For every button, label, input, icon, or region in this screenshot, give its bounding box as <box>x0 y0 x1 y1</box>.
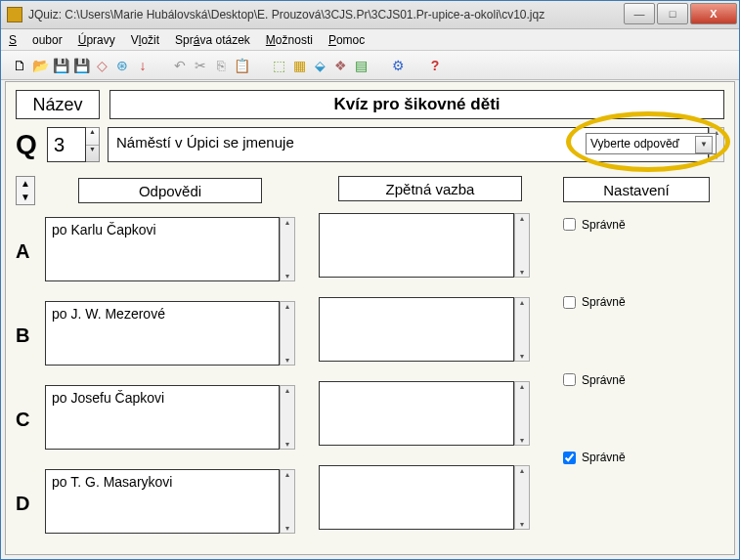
scrollbar[interactable]: ▴▾ <box>514 297 530 362</box>
correct-a-checkbox[interactable] <box>563 218 576 231</box>
tool2-icon[interactable]: ▦ <box>290 57 308 74</box>
feedback-a-text[interactable] <box>319 213 514 278</box>
help-icon[interactable]: ? <box>426 57 444 74</box>
settings-header: Nastavení <box>563 177 710 202</box>
menu-vlozit[interactable]: Vložit <box>131 33 159 47</box>
answer-type-dropdown[interactable]: Vyberte odpověď <box>586 133 717 154</box>
correct-b-checkbox[interactable] <box>563 296 576 309</box>
row-letter-d: D <box>16 469 45 515</box>
copy-icon[interactable]: ⎘ <box>212 57 230 74</box>
menu-moznosti[interactable]: Možnosti <box>266 33 313 47</box>
minimize-button[interactable]: — <box>624 3 655 24</box>
tool3-icon[interactable]: ⬙ <box>311 57 328 74</box>
window-title: JQuiz: C:\Users\Marie Hubálovská\Desktop… <box>28 8 624 22</box>
scrollbar[interactable]: ▴▾ <box>514 465 530 530</box>
diamond-icon[interactable]: ◇ <box>93 57 110 74</box>
row-spinner[interactable]: ▲▼ <box>16 176 35 205</box>
row-letter-c: C <box>16 385 45 431</box>
feedback-c-text[interactable] <box>319 381 514 446</box>
correct-d-checkbox[interactable] <box>563 452 576 464</box>
scrollbar[interactable]: ▴▾ <box>514 213 530 278</box>
feedback-b-text[interactable] <box>319 297 514 362</box>
feedback-header: Zpětná vazba <box>338 176 522 201</box>
open-icon[interactable]: 📂 <box>31 57 49 74</box>
app-icon <box>7 7 22 22</box>
saveas-icon[interactable]: 💾 <box>72 57 90 74</box>
cut-icon[interactable]: ✂ <box>192 57 209 74</box>
paste-icon[interactable]: 📋 <box>233 57 250 74</box>
question-number-spinner[interactable]: ▲▼ <box>86 127 100 162</box>
q-label: Q <box>16 129 39 160</box>
arrow-down-icon[interactable]: ↓ <box>134 57 152 74</box>
save-icon[interactable]: 💾 <box>52 57 69 74</box>
answer-c-text[interactable] <box>45 385 280 450</box>
question-number-input[interactable] <box>47 127 86 162</box>
menu-sprava[interactable]: Správa otázek <box>175 33 250 47</box>
tool1-icon[interactable]: ⬚ <box>270 57 287 74</box>
row-letter-a: A <box>16 217 45 263</box>
tool5-icon[interactable]: ▤ <box>352 57 370 74</box>
answer-d-text[interactable] <box>45 469 280 534</box>
answers-header: Odpovědi <box>78 178 262 203</box>
menu-upravy[interactable]: Úpravy <box>78 33 115 47</box>
menu-bar: Soubor Úpravy Vložit Správa otázek Možno… <box>1 29 739 51</box>
nazev-label: Název <box>16 90 100 119</box>
tool4-icon[interactable]: ❖ <box>331 57 349 74</box>
answer-a-text[interactable] <box>45 217 280 281</box>
correct-label: Správně <box>582 218 626 232</box>
scrollbar[interactable]: ▴▾ <box>280 217 295 281</box>
correct-label: Správně <box>582 373 626 387</box>
toolbar: 🗋 📂 💾 💾 ◇ ⊛ ↓ ↶ ✂ ⎘ 📋 ⬚ ▦ ⬙ ❖ ▤ ⚙ ? <box>1 51 739 80</box>
maximize-button[interactable]: □ <box>657 3 688 24</box>
new-icon[interactable]: 🗋 <box>11 57 28 74</box>
feedback-d-text[interactable] <box>319 465 514 530</box>
menu-pomoc[interactable]: Pomoc <box>328 33 365 47</box>
scrollbar[interactable]: ▴▾ <box>280 301 295 366</box>
answer-b-text[interactable] <box>45 301 280 366</box>
tool6-icon[interactable]: ⚙ <box>389 57 407 74</box>
scrollbar[interactable]: ▴▾ <box>514 381 530 446</box>
undo-icon[interactable]: ↶ <box>171 57 189 74</box>
correct-label: Správně <box>582 451 626 464</box>
scrollbar[interactable]: ▴▾ <box>280 469 295 534</box>
correct-label: Správně <box>582 295 626 309</box>
correct-c-checkbox[interactable] <box>563 373 576 386</box>
row-letter-b: B <box>16 301 45 347</box>
close-button[interactable]: X <box>690 3 737 24</box>
web-icon[interactable]: ⊛ <box>113 57 131 74</box>
scrollbar[interactable]: ▴▾ <box>280 385 295 450</box>
menu-soubor[interactable]: Soubor <box>9 33 63 47</box>
quiz-title-field[interactable]: Kvíz pro šikovné děti <box>109 90 724 119</box>
